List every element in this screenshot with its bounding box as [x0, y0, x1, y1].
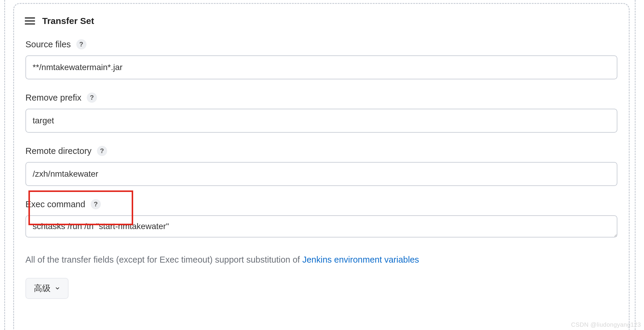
- remote-directory-label: Remote directory: [25, 146, 92, 156]
- help-icon[interactable]: ?: [97, 146, 107, 156]
- help-icon[interactable]: ?: [91, 199, 101, 209]
- source-files-label: Source files: [25, 40, 71, 49]
- transfer-set-panel: Transfer Set Source files ? Remove prefi…: [13, 3, 630, 330]
- field-exec-command: Exec command ?: [25, 199, 617, 239]
- field-source-files: Source files ?: [25, 39, 617, 79]
- field-remote-directory: Remote directory ?: [25, 146, 617, 186]
- section-title: Transfer Set: [42, 16, 94, 26]
- advanced-button[interactable]: 高级: [25, 278, 69, 299]
- help-icon[interactable]: ?: [87, 93, 97, 103]
- remove-prefix-input[interactable]: [25, 109, 617, 133]
- remove-prefix-label: Remove prefix: [25, 93, 81, 103]
- source-files-input[interactable]: [25, 55, 617, 79]
- exec-command-input[interactable]: [25, 215, 617, 237]
- substitution-hint: All of the transfer fields (except for E…: [25, 255, 617, 265]
- section-header: Transfer Set: [25, 16, 617, 26]
- drag-handle-icon[interactable]: [25, 17, 35, 25]
- field-remove-prefix: Remove prefix ?: [25, 93, 617, 133]
- remote-directory-input[interactable]: [25, 162, 617, 186]
- hint-prefix: All of the transfer fields (except for E…: [25, 255, 302, 264]
- advanced-button-label: 高级: [34, 283, 51, 294]
- chevron-down-icon: [55, 286, 60, 291]
- exec-command-label: Exec command: [25, 199, 85, 209]
- jenkins-env-vars-link[interactable]: Jenkins environment variables: [302, 255, 419, 264]
- help-icon[interactable]: ?: [76, 39, 86, 49]
